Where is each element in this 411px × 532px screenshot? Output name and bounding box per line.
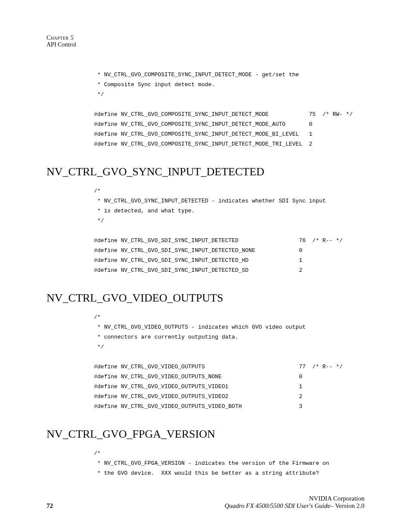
code-block: /* * NV_CTRL_GVO_VIDEO_OUTPUTS - indicat… xyxy=(94,312,364,411)
section-heading: NV_CTRL_GVO_FPGA_VERSION xyxy=(47,428,364,441)
footer-guide: Quadro FX 4500/5500 SDI User's Guide xyxy=(224,502,330,509)
page-footer: 72 NVIDIA Corporation Quadro FX 4500/550… xyxy=(47,495,364,510)
code-block: /* * NV_CTRL_GVO_SYNC_INPUT_DETECTED - i… xyxy=(94,186,364,275)
section-heading: NV_CTRL_GVO_SYNC_INPUT_DETECTED xyxy=(47,165,364,178)
code-block: /* * NV_CTRL_GVO_FPGA_VERSION - indicate… xyxy=(94,448,364,478)
chapter-title: API Control xyxy=(47,41,364,48)
code-block: * NV_CTRL_GVO_COMPOSITE_SYNC_INPUT_DETEC… xyxy=(94,70,364,149)
section-heading: NV_CTRL_GVO_VIDEO_OUTPUTS xyxy=(47,292,364,305)
footer-guide-line: Quadro FX 4500/5500 SDI User's Guide– Ve… xyxy=(224,502,364,510)
page-content: * NV_CTRL_GVO_COMPOSITE_SYNC_INPUT_DETEC… xyxy=(94,70,364,478)
footer-version: – Version 2.0 xyxy=(330,502,364,509)
document-page: Chapter 5 API Control * NV_CTRL_GVO_COMP… xyxy=(0,0,411,532)
footer-company: NVIDIA Corporation xyxy=(224,495,364,502)
footer-right: NVIDIA Corporation Quadro FX 4500/5500 S… xyxy=(224,495,364,510)
page-header: Chapter 5 API Control xyxy=(47,34,364,48)
page-number: 72 xyxy=(47,502,53,510)
chapter-label: Chapter 5 xyxy=(47,34,364,41)
